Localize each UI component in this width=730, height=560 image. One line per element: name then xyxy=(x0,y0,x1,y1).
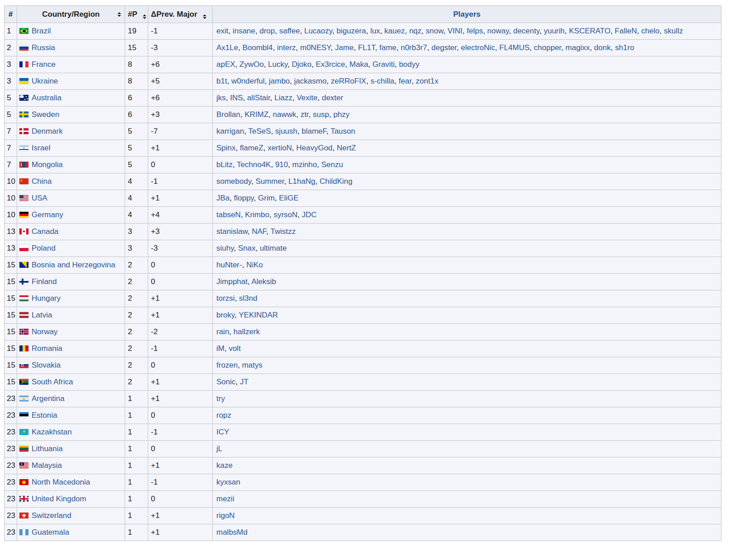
player-link[interactable]: fear xyxy=(399,77,412,85)
player-link[interactable]: zont1x xyxy=(416,77,438,85)
player-link[interactable]: magixx xyxy=(566,43,590,52)
player-link[interactable]: ztr xyxy=(300,110,309,119)
player-link[interactable]: fame xyxy=(379,43,397,52)
player-link[interactable]: zeRRoFIX xyxy=(331,77,366,85)
country-link[interactable]: Lithuania xyxy=(32,444,63,453)
country-link[interactable]: Israel xyxy=(32,144,51,152)
country-link[interactable]: Guatemala xyxy=(32,528,69,537)
country-link[interactable]: Switzerland xyxy=(32,511,71,520)
player-link[interactable]: Grim xyxy=(258,194,275,202)
player-link[interactable]: Brollan xyxy=(216,110,240,119)
player-link[interactable]: phzy xyxy=(333,110,350,119)
sort-arrows-icon[interactable] xyxy=(203,14,206,19)
player-link[interactable]: nqz xyxy=(409,27,421,35)
player-link[interactable]: Liazz xyxy=(275,93,293,102)
player-link[interactable]: Ax1Le xyxy=(216,43,238,52)
player-link[interactable]: JBa xyxy=(216,194,229,202)
country-link[interactable]: Hungary xyxy=(32,294,61,303)
country-link[interactable]: USA xyxy=(32,194,47,202)
player-link[interactable]: NAF xyxy=(252,227,266,236)
player-link[interactable]: Maka xyxy=(350,60,369,69)
player-link[interactable]: tabseN xyxy=(216,210,241,219)
player-link[interactable]: jks xyxy=(216,93,226,102)
country-link[interactable]: Bosnia and Herzegovina xyxy=(32,261,115,269)
player-link[interactable]: sh1ro xyxy=(615,43,634,52)
player-link[interactable]: 910 xyxy=(275,160,288,169)
country-link[interactable]: Mongolia xyxy=(32,160,63,169)
player-link[interactable]: b1t xyxy=(216,77,227,85)
player-link[interactable]: sjuush xyxy=(275,127,297,135)
country-link[interactable]: China xyxy=(32,177,51,186)
player-link[interactable]: Jimpphat xyxy=(216,277,248,286)
player-link[interactable]: felps xyxy=(467,27,483,35)
player-link[interactable]: Senzu xyxy=(321,160,343,169)
country-link[interactable]: Argentina xyxy=(32,394,65,403)
player-link[interactable]: JDC xyxy=(302,210,317,219)
player-link[interactable]: frozen xyxy=(216,361,238,369)
country-link[interactable]: Germany xyxy=(32,210,63,219)
player-link[interactable]: matys xyxy=(242,361,262,369)
player-link[interactable]: xertioN xyxy=(267,144,292,152)
player-link[interactable]: kyxsan xyxy=(216,478,240,486)
player-link[interactable]: drop xyxy=(259,27,275,35)
player-link[interactable]: Krimbo xyxy=(245,210,269,219)
player-link[interactable]: syrsoN xyxy=(274,210,298,219)
player-link[interactable]: Spinx xyxy=(216,144,236,152)
player-link[interactable]: rigoN xyxy=(216,511,235,520)
player-link[interactable]: JT xyxy=(240,378,248,386)
player-link[interactable]: snow xyxy=(426,27,444,35)
country-link[interactable]: Sweden xyxy=(32,110,59,119)
player-link[interactable]: mzinho xyxy=(292,160,317,169)
country-link[interactable]: Brazil xyxy=(32,27,51,35)
player-link[interactable]: Djoko xyxy=(292,60,311,69)
player-link[interactable]: apEX xyxy=(216,60,235,69)
player-link[interactable]: Aleksib xyxy=(252,277,276,286)
player-link[interactable]: ChildKing xyxy=(319,177,352,186)
player-link[interactable]: hallzerk xyxy=(234,327,260,336)
country-link[interactable]: Poland xyxy=(32,244,56,252)
player-link[interactable]: m0NESY xyxy=(300,43,331,52)
country-link[interactable]: Finland xyxy=(32,277,57,286)
country-link[interactable]: Kazakhstan xyxy=(32,428,72,436)
player-link[interactable]: INS xyxy=(230,93,243,102)
player-link[interactable]: FL4MUS xyxy=(499,43,529,52)
country-link[interactable]: Malaysia xyxy=(32,461,62,470)
player-link[interactable]: ultimate xyxy=(260,244,287,252)
player-link[interactable]: VINI xyxy=(448,27,463,35)
player-link[interactable]: flameZ xyxy=(240,144,263,152)
country-link[interactable]: Denmark xyxy=(32,127,63,135)
player-link[interactable]: nawwk xyxy=(273,110,296,119)
country-link[interactable]: France xyxy=(32,60,56,69)
country-link[interactable]: Australia xyxy=(32,93,61,102)
player-link[interactable]: Techno4K xyxy=(237,160,271,169)
player-link[interactable]: n0rb3r7 xyxy=(401,43,427,52)
player-link[interactable]: rain xyxy=(216,327,229,336)
player-link[interactable]: Jame xyxy=(335,43,354,52)
player-link[interactable]: KRIMZ xyxy=(244,110,268,119)
player-link[interactable]: try xyxy=(216,394,225,403)
player-link[interactable]: chopper xyxy=(534,43,562,52)
player-link[interactable]: huNter- xyxy=(216,261,242,269)
player-link[interactable]: HeavyGod xyxy=(296,144,332,152)
player-link[interactable]: TeSeS xyxy=(248,127,271,135)
header-delta-prev-major[interactable]: ΔPrev. Major xyxy=(148,6,213,23)
player-link[interactable]: malbsMd xyxy=(216,528,248,537)
player-link[interactable]: donk xyxy=(594,43,611,52)
player-link[interactable]: saffee xyxy=(279,27,300,35)
player-link[interactable]: floppy xyxy=(234,194,254,202)
player-link[interactable]: skullz xyxy=(664,27,683,35)
player-link[interactable]: kaze xyxy=(216,461,233,470)
player-link[interactable]: s-chilla xyxy=(370,77,394,85)
player-link[interactable]: decenty xyxy=(513,27,539,35)
player-link[interactable]: bLitz xyxy=(216,160,233,169)
player-link[interactable]: w0nderful xyxy=(231,77,265,85)
player-link[interactable]: NiKo xyxy=(246,261,263,269)
country-link[interactable]: Latvia xyxy=(32,311,52,319)
header-players-link[interactable]: Players xyxy=(213,6,721,23)
header-country[interactable]: Country/Region xyxy=(17,6,125,23)
country-link[interactable]: South Africa xyxy=(32,378,73,386)
header-player-count[interactable]: #P xyxy=(125,6,148,23)
player-link[interactable]: chelo xyxy=(641,27,660,35)
player-link[interactable]: yuurih xyxy=(544,27,565,35)
player-link[interactable]: jackasmo xyxy=(294,77,327,85)
